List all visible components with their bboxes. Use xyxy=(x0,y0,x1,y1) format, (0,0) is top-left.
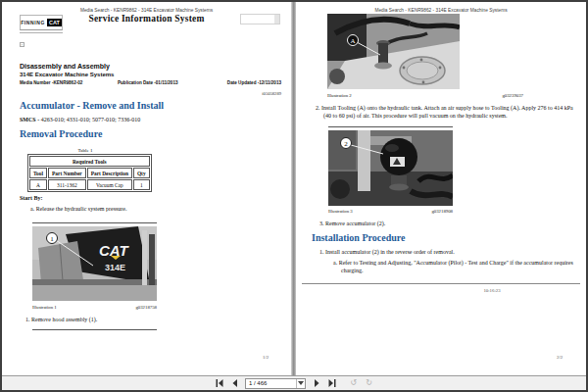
col-header-part-description: Part Description xyxy=(87,168,132,178)
cell-tool: A xyxy=(29,179,47,190)
previous-page-button[interactable] xyxy=(229,378,240,389)
document-page-1: Media Search - KENR9862 - 314E Excavator… xyxy=(2,2,291,375)
illustration-1-photo: CAT 314E 1 xyxy=(32,226,157,301)
removal-heading: Removal Procedure xyxy=(20,128,102,139)
callout-2: 2 xyxy=(344,140,348,148)
next-page-icon xyxy=(312,378,321,388)
table-title: Required Tools xyxy=(29,156,150,167)
illustration-3-figure-id: g03218908 xyxy=(431,209,453,214)
rule-above-illustration-1 xyxy=(32,222,157,223)
cell-part-number: 311-1362 xyxy=(48,179,86,190)
illustration-1-figure-id: g03218758 xyxy=(135,305,157,310)
date-updated: Date Updated -12/11/2013 xyxy=(227,80,281,85)
rotate-counterclockwise-button[interactable]: ↺ xyxy=(348,378,359,389)
page-number-value: 1 / 466 xyxy=(249,380,296,386)
illustration-2-figure-id: g03239037 xyxy=(502,93,523,98)
illustration-3-photo: 2 xyxy=(328,130,453,206)
media-search-breadcrumb: Media Search - KENR9862 - 314E Excavator… xyxy=(2,8,291,13)
last-page-icon xyxy=(327,378,337,388)
media-number: Media Number -KENR9862-02 xyxy=(20,80,82,85)
finning-logo-text: FINNING xyxy=(21,20,45,25)
section-title: Accumulator - Remove and Install xyxy=(20,100,164,111)
rule-above-illustration-3 xyxy=(328,126,453,127)
next-page-button[interactable] xyxy=(311,378,321,389)
col-header-qty: Qty xyxy=(133,168,150,178)
timestamp: 10:16:23 xyxy=(463,288,521,293)
page-dropdown-button[interactable] xyxy=(296,379,305,388)
illustration-1-label: Illustration 1 xyxy=(32,305,57,310)
step-2: 2. Install Tooling (A) onto the hydrauli… xyxy=(316,105,576,121)
rule-below-step-1 xyxy=(32,329,157,330)
illustration-2-caption: Illustration 2 g03239037 xyxy=(327,93,523,98)
rotate-clockwise-button[interactable]: ↻ xyxy=(364,378,374,389)
step-1: 1. Remove hood assembly (1). xyxy=(25,317,97,324)
callout-1: 1 xyxy=(50,235,54,243)
cell-qty: 1 xyxy=(133,179,150,190)
last-page-button[interactable] xyxy=(326,378,337,389)
sis-viewer-window: Media Search - KENR9862 - 314E Excavator… xyxy=(0,0,588,392)
finning-cat-logo: FINNING CAT xyxy=(20,15,63,30)
col-header-part-number: Part Number xyxy=(48,168,86,178)
start-by-item: a. Release the hydraulic system pressure… xyxy=(30,206,126,214)
cat-logo-text: CAT xyxy=(47,19,62,26)
start-by-label: Start By: xyxy=(20,195,43,203)
cell-part-description: Vacuum Cap xyxy=(87,179,132,190)
smcs-codes: 4263-010; 4331-010; 5077-010; 7336-010 xyxy=(41,117,141,122)
installation-heading: Installation Procedure xyxy=(312,232,405,243)
previous-page-icon xyxy=(230,378,240,388)
first-page-icon xyxy=(215,378,224,388)
callout-a: A xyxy=(350,37,355,45)
page-indicator-left: 1/2 xyxy=(263,355,269,360)
footer-rule xyxy=(302,283,580,284)
table-caption: Table 1 xyxy=(27,148,143,153)
illustration-3-label: Illustration 3 xyxy=(328,209,353,214)
page-number-input[interactable]: 1 / 466 xyxy=(245,378,306,389)
doc-subtitle: 314E Excavator Machine Systems xyxy=(20,72,114,77)
first-page-button[interactable] xyxy=(214,378,224,389)
smcs-line: SMCS - 4263-010; 4331-010; 5077-010; 733… xyxy=(20,117,140,124)
photo-model-label: 314E xyxy=(105,263,125,272)
smcs-label: SMCS - xyxy=(20,117,39,122)
publication-date: Publication Date -01/11/2013 xyxy=(118,80,178,85)
col-header-tool: Tool xyxy=(29,168,47,178)
page-indicator-right: 2/2 xyxy=(557,355,563,360)
illustration-3-caption: Illustration 3 g03218908 xyxy=(328,209,453,214)
media-search-breadcrumb-right: Media Search - KENR9862 - 314E Excavator… xyxy=(296,8,586,13)
illustration-2-label: Illustration 2 xyxy=(327,93,352,98)
broken-image-icon: × xyxy=(20,42,24,47)
step-3: 3. Remove accumulator (2). xyxy=(319,220,385,228)
required-tools-table: Required Tools Tool Part Number Part Des… xyxy=(27,154,152,192)
illustration-2-photo: A xyxy=(327,14,460,89)
doc-id: i05058289 xyxy=(262,91,281,96)
table-row: A 311-1362 Vacuum Cap 1 xyxy=(29,179,150,190)
form-field-placeholder xyxy=(240,14,280,24)
chevron-down-icon xyxy=(298,381,304,385)
install-step-1a: a. Refer to Testing and Adjusting, "Accu… xyxy=(333,260,574,275)
document-page-2: Media Search - KENR9862 - 314E Excavator… xyxy=(296,2,586,375)
doc-title: Disassembly and Assembly xyxy=(20,63,110,70)
illustration-1-caption: Illustration 1 g03218758 xyxy=(32,305,157,310)
logo-divider xyxy=(20,32,63,33)
pdf-navigation-toolbar: 1 / 466 ↺ ↻ xyxy=(2,375,586,390)
install-step-1: 1. Install accumulator (2) in the revers… xyxy=(319,249,455,257)
